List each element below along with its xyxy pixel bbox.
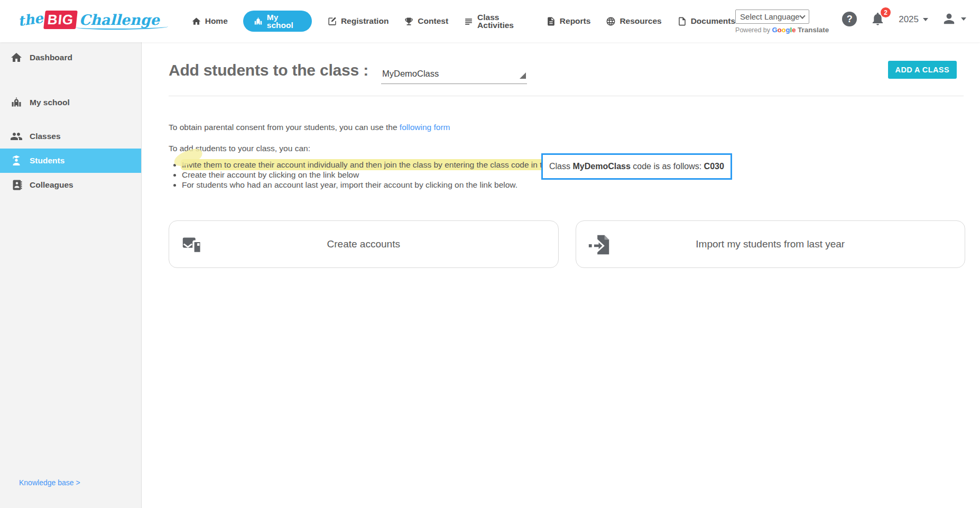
nav-label: Contest <box>418 17 448 25</box>
language-select[interactable]: Select Language <box>735 10 809 24</box>
sidebar-item-students[interactable]: Students <box>0 149 141 173</box>
code-middle: code is as follows: <box>633 162 701 171</box>
contacts-icon <box>10 179 23 191</box>
page-title: Add students to the class : <box>169 61 368 79</box>
class-select-value: MyDemoClass <box>382 69 439 79</box>
nav-item-home[interactable]: Home <box>191 16 228 26</box>
nav-item-registration[interactable]: Registration <box>327 16 389 26</box>
school-icon <box>253 16 263 26</box>
title-row: Add students to the class : MyDemoClass <box>169 61 980 83</box>
list-item: For students who had an account last yea… <box>182 180 980 190</box>
sidebar-item-label: Classes <box>30 132 61 141</box>
top-header: the BIG Challenge Home My school Registr… <box>0 0 980 42</box>
year-value: 2025 <box>899 14 919 25</box>
create-accounts-icon <box>180 233 205 257</box>
notification-badge: 2 <box>881 7 891 17</box>
person-icon <box>941 11 957 26</box>
globe-icon <box>606 16 616 26</box>
main-nav: Home My school Registration Contest Clas… <box>191 11 735 32</box>
graduate-icon <box>10 154 23 167</box>
logo-challenge: Challenge <box>79 12 160 28</box>
notifications-button[interactable]: 2 <box>870 11 885 29</box>
knowledge-base-link[interactable]: Knowledge base > <box>19 478 80 487</box>
big-challenge-logo[interactable]: the BIG Challenge <box>18 7 160 32</box>
consent-text: To obtain parental consent from your stu… <box>169 123 397 132</box>
help-icon[interactable]: ? <box>842 12 857 26</box>
code-value: C030 <box>704 162 724 171</box>
sidebar-item-my-school[interactable]: My school <box>0 90 141 115</box>
nav-label: Documents <box>691 17 735 25</box>
logo-big: BIG <box>44 11 78 29</box>
powered-by-text: Powered by <box>735 26 770 34</box>
user-menu[interactable] <box>941 11 966 26</box>
nav-item-contest[interactable]: Contest <box>404 16 448 26</box>
import-students-icon <box>587 233 612 257</box>
header-right-cluster: Select Language Powered by Google Transl… <box>735 7 966 34</box>
create-accounts-card[interactable]: Create accounts <box>169 220 559 268</box>
logo-the: the <box>17 10 44 29</box>
import-students-card[interactable]: Import my students from last year <box>576 220 966 268</box>
people-icon <box>10 130 23 143</box>
action-cards: Create accounts Import my students from … <box>169 220 965 268</box>
year-dropdown[interactable]: 2025 <box>899 14 928 25</box>
card-label: Import my students from last year <box>696 238 845 250</box>
nav-label: My school <box>267 13 302 30</box>
nav-item-documents[interactable]: Documents <box>677 16 735 26</box>
sidebar-item-classes[interactable]: Classes <box>0 124 141 149</box>
nav-label: Resources <box>620 17 661 25</box>
divider <box>169 96 964 96</box>
nav-label: Home <box>205 17 228 25</box>
sidebar-item-dashboard[interactable]: Dashboard <box>0 45 141 70</box>
trophy-icon <box>404 16 414 26</box>
home-icon <box>191 16 201 26</box>
nav-label: Registration <box>341 17 389 25</box>
nav-item-my-school[interactable]: My school <box>243 11 312 32</box>
powered-by-google-translate: Powered by Google Translate <box>735 26 829 34</box>
translate-text: Translate <box>798 26 829 34</box>
sidebar-item-label: My school <box>30 98 70 107</box>
nav-item-resources[interactable]: Resources <box>606 16 661 26</box>
class-select[interactable]: MyDemoClass <box>381 69 527 84</box>
translate-block: Select Language Powered by Google Transl… <box>735 10 829 34</box>
nav-label: Class Activities <box>477 13 531 30</box>
consent-paragraph: To obtain parental consent from your stu… <box>169 123 980 132</box>
intro-paragraph: To add students to your class, you can: <box>169 144 980 153</box>
add-a-class-button[interactable]: ADD A CLASS <box>888 61 957 79</box>
registration-icon <box>327 16 337 26</box>
card-label: Create accounts <box>327 238 400 250</box>
list-icon <box>464 16 474 26</box>
pdf-document-icon <box>677 16 687 26</box>
nav-item-reports[interactable]: Reports <box>546 16 591 26</box>
chevron-down-icon <box>961 17 966 21</box>
report-icon <box>546 16 556 26</box>
chevron-down-icon <box>799 13 805 19</box>
code-class-name: MyDemoClass <box>572 162 630 171</box>
sidebar-item-label: Students <box>30 156 64 165</box>
code-prefix: Class <box>549 162 570 171</box>
sidebar-item-label: Colleagues <box>30 180 73 190</box>
language-select-value: Select Language <box>740 12 800 21</box>
dropdown-triangle-icon <box>520 72 526 79</box>
home-icon <box>10 51 23 64</box>
sidebar: Dashboard My school Classes Students Col… <box>0 42 142 508</box>
class-code-tooltip: Class MyDemoClass code is as follows: C0… <box>541 153 732 180</box>
following-form-link[interactable]: following form <box>400 123 450 132</box>
sidebar-item-label: Dashboard <box>30 53 72 62</box>
google-logo: Google <box>772 26 796 34</box>
nav-label: Reports <box>560 17 591 25</box>
nav-item-class-activities[interactable]: Class Activities <box>464 13 531 30</box>
chevron-down-icon <box>923 18 928 21</box>
highlighted-text: Invite them to create their account indi… <box>182 160 593 169</box>
school-icon <box>10 96 23 109</box>
main-content: Add students to the class : MyDemoClass … <box>142 42 980 508</box>
sidebar-item-colleagues[interactable]: Colleagues <box>0 173 141 197</box>
